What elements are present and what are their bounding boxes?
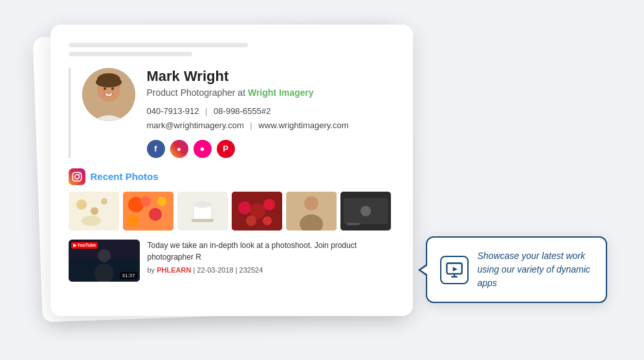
- avatar: [82, 68, 135, 121]
- video-info: Today we take an in-depth look at a phot…: [148, 240, 395, 274]
- social-icons: f ● ● P: [147, 140, 395, 158]
- instagram-icon[interactable]: ●: [170, 140, 188, 158]
- callout-icon: [440, 256, 469, 284]
- svg-rect-37: [347, 223, 360, 225]
- title-prefix: Product Photographer at: [147, 87, 248, 98]
- svg-point-13: [101, 198, 107, 205]
- photo-5[interactable]: [286, 192, 337, 231]
- svg-point-36: [361, 206, 371, 216]
- svg-point-5: [104, 87, 106, 90]
- svg-rect-24: [192, 219, 214, 222]
- top-bar: [69, 43, 395, 56]
- photo-3[interactable]: [177, 192, 228, 231]
- svg-point-20: [127, 215, 139, 227]
- svg-point-19: [157, 197, 166, 206]
- svg-point-29: [246, 216, 256, 226]
- company-name: Wright Imagery: [248, 87, 314, 98]
- video-section: ▶ YouTube HOW TO SHOOT & EDIT PRODUCT PH…: [69, 240, 395, 282]
- svg-point-28: [263, 199, 275, 210]
- svg-point-14: [82, 216, 101, 226]
- profile-section: Mark Wright Product Photographer at Wrig…: [69, 68, 395, 158]
- svg-point-9: [78, 174, 80, 175]
- email-web-line: mark@wrightimagery.com | www.wrightimage…: [147, 118, 395, 133]
- callout-tooltip: Showcase your latest work using our vari…: [426, 236, 607, 303]
- svg-point-18: [140, 196, 151, 207]
- top-line-1: [69, 43, 248, 47]
- scene: Mark Wright Product Photographer at Wrig…: [31, 18, 614, 342]
- svg-point-40: [98, 249, 111, 262]
- photo-4[interactable]: [232, 192, 282, 231]
- video-meta-info: | 22-03-2018 | 232524: [193, 266, 263, 274]
- recent-photos-section: Recent Photos: [69, 168, 395, 231]
- video-duration: 31:37: [120, 272, 137, 279]
- profile-title: Product Photographer at Wright Imagery: [147, 87, 395, 98]
- svg-point-26: [238, 201, 251, 214]
- photo-grid: [69, 192, 395, 231]
- pinterest-icon[interactable]: P: [217, 140, 235, 158]
- svg-point-23: [194, 201, 212, 208]
- profile-name: Mark Wright: [147, 68, 395, 85]
- callout-text: Showcase your latest work using our vari…: [478, 249, 593, 290]
- svg-point-12: [91, 207, 98, 215]
- signature-card: Mark Wright Product Photographer at Wrig…: [50, 25, 413, 316]
- youtube-logo: ▶ YouTube: [71, 242, 98, 249]
- svg-marker-43: [452, 267, 457, 271]
- photo-2[interactable]: [123, 192, 173, 231]
- recent-photos-label: Recent Photos: [91, 171, 159, 182]
- instagram-section-icon: [69, 168, 85, 185]
- top-line-2: [69, 52, 193, 56]
- video-meta: by PHLEARN | 22-03-2018 | 232524: [148, 266, 395, 274]
- facebook-icon[interactable]: f: [147, 140, 165, 158]
- svg-point-11: [76, 199, 87, 210]
- phone-line: 040-7913-912 | 08-998-6555#2: [147, 104, 395, 118]
- svg-point-4: [96, 77, 122, 87]
- svg-point-32: [304, 196, 318, 210]
- profile-contact: 040-7913-912 | 08-998-6555#2 mark@wright…: [147, 104, 395, 133]
- photo-1[interactable]: [69, 192, 119, 231]
- recent-photos-header: Recent Photos: [69, 168, 395, 185]
- svg-point-17: [149, 208, 162, 221]
- svg-point-6: [111, 87, 114, 90]
- video-thumbnail[interactable]: ▶ YouTube HOW TO SHOOT & EDIT PRODUCT PH…: [69, 240, 140, 282]
- svg-point-8: [74, 174, 79, 179]
- flickr-icon[interactable]: ●: [194, 140, 212, 158]
- photo-6[interactable]: [340, 192, 391, 231]
- profile-info: Mark Wright Product Photographer at Wrig…: [147, 68, 395, 158]
- video-channel: PHLEARN: [157, 266, 191, 274]
- svg-rect-7: [72, 172, 81, 181]
- video-description: Today we take an in-depth look at a phot…: [148, 240, 395, 263]
- svg-point-30: [263, 216, 272, 225]
